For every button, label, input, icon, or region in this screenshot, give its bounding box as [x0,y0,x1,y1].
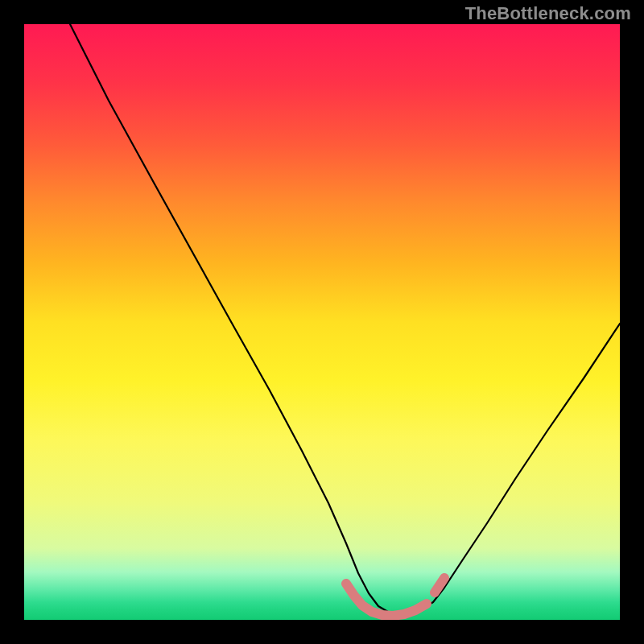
plot-area [24,24,620,620]
optimal-range-highlight [346,578,444,616]
bottleneck-curve [70,24,620,614]
line-svg [24,24,620,620]
watermark-text: TheBottleneck.com [465,3,631,24]
chart-frame: TheBottleneck.com [0,0,644,644]
